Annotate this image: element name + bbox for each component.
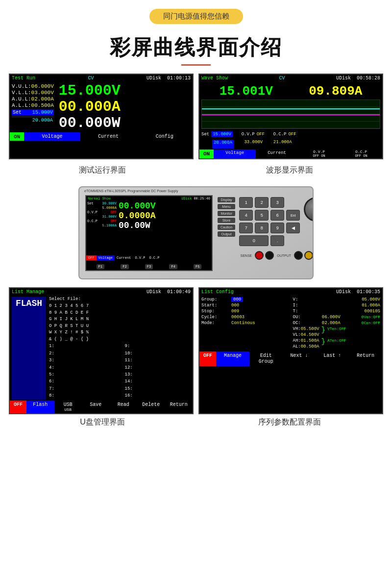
lm-tab-read[interactable]: Read bbox=[110, 401, 138, 413]
tr-display-watt: 00.000W bbox=[59, 115, 121, 131]
lm-file-row: 5: bbox=[49, 371, 115, 378]
tr-header: Test Run CV UDisk 01:00:13 bbox=[10, 75, 193, 82]
lm-file-row: 11: bbox=[125, 357, 191, 364]
lc-al-row: AL: 00.500A bbox=[293, 344, 319, 349]
screen-labels-row1: 测试运行界面 波形显示界面 bbox=[0, 162, 392, 181]
caution-btn[interactable]: Caution bbox=[218, 225, 235, 230]
lc-vh-row: VH: 05.500V bbox=[293, 326, 319, 331]
dev-tab-ovp[interactable]: O.V.P bbox=[133, 255, 147, 260]
lc-ou-row: OU: 06.000V OVen:OFF bbox=[293, 315, 381, 320]
ws-tab-ovp[interactable]: O.V.P OFF ON bbox=[298, 150, 340, 158]
ws-header: Wave Show CV UDisk 00:58:28 bbox=[199, 75, 382, 82]
lm-file-row: 8: bbox=[49, 392, 115, 399]
lc-tab-next[interactable]: Next ↓ bbox=[283, 351, 316, 366]
lm-tab-delete[interactable]: Delete bbox=[137, 401, 165, 413]
lc-start-row: Start: 000 bbox=[201, 303, 289, 308]
output-btn[interactable]: Output bbox=[218, 231, 235, 237]
device-brand: eTOMMENS eTM-L305SPL Programmable DC Pow… bbox=[84, 189, 178, 193]
test-run-panel: Test Run CV UDisk 01:00:13 V.U.L: 06.000… bbox=[9, 74, 194, 159]
btn-8[interactable]: 8 bbox=[255, 223, 269, 233]
sense-label: SENSE bbox=[241, 254, 252, 257]
lm-body: FLASH Select File: 0 1 2 3 4 5 6 7 8 9 A… bbox=[10, 296, 193, 400]
ws-tab-ocp[interactable]: O.C.P OFF ON bbox=[340, 150, 382, 158]
ctrl-knob[interactable] bbox=[304, 197, 314, 222]
tr-aul-row: A.U.L: 02.000A bbox=[12, 96, 54, 102]
btn-dot[interactable]: . bbox=[270, 235, 284, 246]
store-btn[interactable]: Store bbox=[218, 218, 235, 223]
monitor-btn[interactable]: Monitor bbox=[218, 211, 235, 216]
btn-1[interactable]: 1 bbox=[239, 197, 253, 208]
dev-fn5[interactable]: F5 bbox=[194, 264, 201, 269]
lm-tab-save[interactable]: Save bbox=[82, 401, 110, 413]
lc-t-row: T: 00010S bbox=[293, 309, 381, 314]
ws-tabs: Voltage Current O.V.P OFF ON O.C.P OFF O… bbox=[214, 150, 382, 158]
lm-tab-return[interactable]: Return bbox=[165, 401, 193, 413]
lm-file-row: 16: bbox=[125, 392, 191, 399]
menu-btn[interactable]: Menu bbox=[218, 204, 235, 209]
sense-terminals bbox=[255, 251, 274, 260]
btn-2[interactable]: 2 bbox=[255, 197, 269, 208]
ws-display-amp: 09.809A bbox=[309, 84, 362, 99]
dev-fn-row: F1 F2 F3 F4 F5 bbox=[86, 264, 212, 269]
tr-tab-voltage[interactable]: Voltage bbox=[24, 132, 80, 141]
numpad-row1: 1 2 3 bbox=[239, 197, 300, 208]
tr-on-indicator: ON bbox=[10, 132, 24, 141]
dev-fn2[interactable]: F2 bbox=[121, 264, 128, 269]
banner-badge: 同门电源值得您信赖 bbox=[149, 9, 243, 24]
tr-vul-row: V.U.L: 06.000V bbox=[12, 83, 54, 89]
lm-tab-usb[interactable]: USB USB bbox=[54, 401, 82, 413]
dev-tab-voltage[interactable]: Voltage bbox=[97, 255, 115, 260]
lc-tab-manage[interactable]: Manage bbox=[216, 351, 249, 366]
ws-tab-current[interactable]: Current bbox=[256, 150, 298, 158]
list-config-label: 序列参数配置界面 bbox=[196, 417, 383, 427]
lc-oc-row: OC: 02.000A OCen:OFF bbox=[293, 321, 381, 326]
device-controls: Display Menu Monitor Store Caution Outpu… bbox=[213, 193, 314, 273]
ws-signal-volt bbox=[202, 108, 380, 109]
lm-flash-label: FLASH bbox=[12, 297, 46, 399]
ws-set-row: Set 15.000V O.V.P OFF O.C.P OFF bbox=[199, 129, 382, 140]
display-btn[interactable]: Display bbox=[218, 197, 235, 202]
lm-tab-flash[interactable]: Flash bbox=[26, 401, 54, 413]
dev-fn1[interactable]: F1 bbox=[97, 264, 104, 269]
ws-tab-voltage[interactable]: Voltage bbox=[214, 150, 256, 158]
lm-footer: OFF Flash USB USB Save Read Delete Retur… bbox=[10, 401, 193, 413]
tr-tab-current[interactable]: Current bbox=[80, 132, 137, 141]
btn-enter[interactable]: Ent bbox=[286, 210, 300, 221]
btn-0[interactable]: 0 bbox=[239, 235, 269, 246]
btn-0-num bbox=[286, 197, 300, 208]
lc-v-row: V: 05.000V bbox=[293, 297, 381, 302]
ws-on-indicator: ON bbox=[199, 150, 214, 158]
numpad-row4: 0 . bbox=[239, 235, 300, 246]
sense-pos-terminal bbox=[255, 251, 264, 260]
device-image: eTOMMENS eTM-L305SPL Programmable DC Pow… bbox=[78, 186, 314, 279]
lm-file-row: 6: bbox=[49, 378, 115, 385]
btn-6[interactable]: 6 bbox=[270, 210, 284, 221]
lc-i-row: I: 01.000A bbox=[293, 303, 381, 308]
lm-file-row: 2: bbox=[49, 350, 115, 357]
tr-tab-config[interactable]: Config bbox=[136, 132, 193, 141]
lc-vl-row: VL: 04.500V bbox=[293, 332, 319, 337]
out-gnd-terminal bbox=[304, 251, 313, 260]
dev-tab-current[interactable]: Current bbox=[115, 255, 133, 260]
tr-display-volt: 15.000V bbox=[59, 83, 121, 99]
lc-footer: OFF Manage EditGroup Next ↓ Last ↑ Retur… bbox=[199, 351, 382, 366]
btn-9[interactable]: 9 bbox=[270, 223, 284, 233]
lc-tab-edit-group[interactable]: EditGroup bbox=[249, 351, 283, 366]
tr-header-left: Test Run bbox=[12, 75, 35, 81]
lm-file-row: 4: bbox=[49, 364, 115, 371]
dev-fn4[interactable]: F4 bbox=[169, 264, 177, 269]
btn-3[interactable]: 3 bbox=[270, 197, 284, 208]
bottom-labels-row: U盘管理界面 序列参数配置界面 bbox=[0, 417, 392, 427]
btn-arrow[interactable]: ◀ bbox=[286, 223, 300, 233]
btn-5[interactable]: 5 bbox=[255, 210, 269, 221]
lc-ah-al-group: AH: 01.500A AL: 00.500A } ATen:OFF bbox=[293, 338, 381, 350]
dev-fn3[interactable]: F3 bbox=[145, 264, 153, 269]
dev-tab-ocp[interactable]: O.C.P bbox=[147, 255, 161, 260]
page-title: 彩屏曲线界面介绍 bbox=[0, 29, 392, 64]
btn-7[interactable]: 7 bbox=[239, 223, 253, 233]
dev-left-params: Set 30.000V 5.0000A O.V.P OFF 31.000V bbox=[87, 201, 117, 230]
lc-tab-last[interactable]: Last ↑ bbox=[316, 351, 349, 366]
lc-tab-return[interactable]: Return bbox=[349, 351, 382, 366]
lc-left: Group: 000 Start: 000 Stop: 009 Cycle: 0… bbox=[201, 297, 289, 350]
btn-4[interactable]: 4 bbox=[239, 210, 253, 221]
